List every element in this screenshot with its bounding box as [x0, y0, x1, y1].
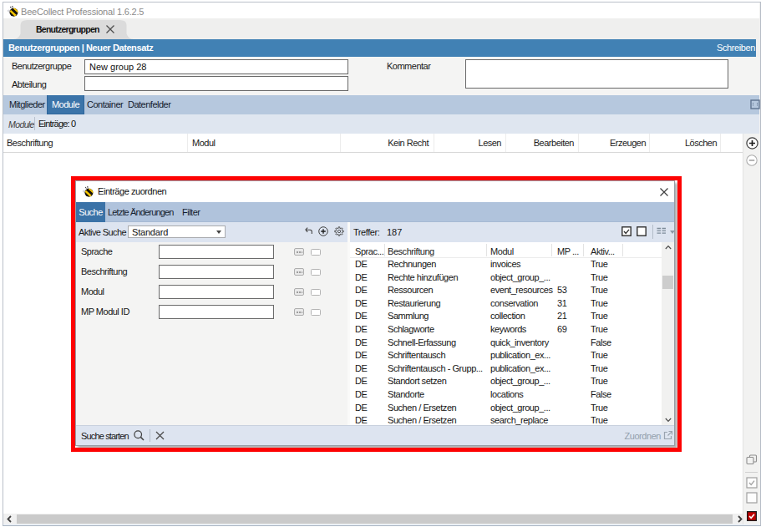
ellipsis-button-icon[interactable] — [294, 308, 304, 316]
view-options-caret-icon[interactable] — [670, 231, 675, 234]
add-row-icon[interactable] — [746, 137, 758, 149]
result-row[interactable]: DESchriftentausch - Grupp...publication_… — [350, 362, 662, 376]
col-line — [720, 134, 721, 152]
ellipsis-button-icon[interactable] — [294, 288, 304, 296]
results-table: Sprac... Beschriftung Modul MP ... Aktiv… — [350, 242, 674, 425]
result-cell: DE — [355, 337, 367, 347]
col-loeschen[interactable]: Löschen — [649, 138, 717, 148]
ellipsis-button-icon[interactable] — [294, 248, 304, 256]
result-row[interactable]: DERechnungeninvoicesTrue — [350, 258, 662, 271]
scroll-down-icon[interactable] — [665, 417, 672, 423]
abteilung-field[interactable] — [84, 76, 348, 91]
document-tab-benutzergruppen[interactable]: Benutzergruppen — [13, 19, 134, 39]
document-tab-close-icon[interactable] — [104, 23, 116, 35]
empty-box-icon[interactable] — [311, 269, 321, 276]
expand-panel-icon[interactable] — [750, 99, 760, 109]
results-scrollbar-thumb[interactable] — [662, 276, 673, 289]
suche-starten-button[interactable]: Suche starten — [81, 431, 129, 441]
scroll-left-icon[interactable] — [6, 515, 13, 523]
tab-container[interactable]: Container — [87, 95, 123, 114]
assign-external-icon[interactable] — [662, 430, 673, 441]
dialog-tab-suche-selected[interactable]: Suche — [76, 202, 105, 222]
kommentar-field[interactable] — [465, 59, 728, 89]
benutzergruppe-field[interactable] — [84, 59, 348, 74]
ellipsis-button-icon[interactable] — [294, 268, 304, 276]
zuordnen-button[interactable]: Zuordnen — [625, 431, 662, 441]
modul-field[interactable] — [159, 285, 274, 299]
empty-box-icon[interactable] — [311, 309, 321, 316]
beschriftung-field[interactable] — [159, 265, 274, 279]
select-all-icon[interactable] — [621, 226, 632, 236]
col-line — [505, 134, 506, 152]
sprache-field[interactable] — [159, 245, 274, 259]
rcol-sprache[interactable]: Sprac... — [355, 246, 383, 256]
col-kein-recht[interactable]: Kein Recht — [340, 138, 429, 148]
empty-box-icon[interactable] — [311, 249, 321, 256]
scroll-up-icon[interactable] — [665, 245, 672, 251]
tab-mitglieder[interactable]: Mitglieder — [9, 95, 45, 114]
tab-module-selected[interactable]: Module — [47, 95, 84, 114]
copy-icon[interactable] — [746, 454, 758, 466]
red-checked-checkbox-icon[interactable] — [747, 511, 757, 521]
gear-icon[interactable] — [334, 226, 344, 236]
scrollbar-thumb[interactable] — [17, 514, 733, 524]
section-tabbar: Mitglieder Module Container Datenfelder — [3, 95, 759, 114]
row-view-icon[interactable] — [657, 227, 667, 236]
search-icon[interactable] — [133, 429, 145, 442]
result-row[interactable]: DEStandort setzenobject_group_...True — [350, 375, 662, 388]
tab-datenfelder[interactable]: Datenfelder — [128, 95, 170, 114]
col-bearbeiten[interactable]: Bearbeiten — [505, 138, 574, 148]
document-tabstrip: Benutzergruppen — [3, 18, 759, 39]
clear-search-icon[interactable] — [155, 430, 165, 441]
col-modul[interactable]: Modul — [192, 138, 215, 148]
unchecked-checkbox-icon[interactable] — [746, 492, 758, 504]
result-row[interactable]: DERessourcenevent_resources53True — [350, 284, 662, 297]
results-separator — [652, 225, 653, 239]
result-row[interactable]: DEStandortelocationsFalse — [350, 388, 662, 402]
dialog-close-icon[interactable] — [659, 187, 669, 197]
checked-checkbox-icon[interactable] — [746, 477, 758, 489]
result-row[interactable]: DESchriftentauschpublication_ex...True — [350, 349, 662, 362]
result-row[interactable]: DESchlagwortekeywords69True — [350, 323, 662, 337]
result-row[interactable]: DESchnell-Erfassungquick_inventoryFalse — [350, 337, 662, 350]
result-row[interactable]: DERechte hinzufügenobject_group_...True — [350, 271, 662, 285]
search-toolbar: Aktive Suche Standard — [76, 222, 347, 242]
result-row[interactable]: DERestaurierungconservation31True — [350, 297, 662, 311]
result-row[interactable]: DESammlungcollection21True — [350, 310, 662, 323]
remove-row-icon[interactable] — [746, 155, 758, 166]
dialog-tab-letzte-aenderungen[interactable]: Letzte Änderungen — [108, 202, 174, 222]
rcol-mp[interactable]: MP ... — [557, 246, 579, 256]
result-cell: publication_ex... — [490, 350, 550, 360]
result-row[interactable]: DESuchen / Ersetzenobject_group_...True — [350, 402, 662, 415]
result-cell: object_group_... — [490, 272, 550, 282]
results-vertical-scrollbar[interactable] — [662, 242, 674, 425]
rcol-modul[interactable]: Modul — [490, 246, 514, 256]
document-tab-label: Benutzergruppen — [36, 24, 99, 34]
mp-modul-id-field[interactable] — [159, 305, 274, 319]
result-cell: Rechnungen — [388, 259, 436, 269]
results-table-header: Sprac... Beschriftung Modul MP ... Aktiv… — [350, 242, 662, 258]
add-search-icon[interactable] — [318, 226, 328, 236]
scroll-right-icon[interactable] — [736, 515, 743, 523]
col-lesen[interactable]: Lesen — [434, 138, 501, 148]
window-title: BeeCollect Professional 1.6.2.5 — [21, 7, 144, 17]
col-beschriftung[interactable]: Beschriftung — [7, 138, 53, 148]
window-bottom-edge — [3, 524, 759, 525]
kommentar-label: Kommentar — [387, 61, 430, 71]
schreiben-button[interactable]: Schreiben — [717, 43, 755, 53]
result-cell: keywords — [490, 324, 526, 334]
rcol-aktiv[interactable]: Aktiv... — [591, 246, 615, 256]
result-cell: DE — [355, 311, 367, 321]
result-cell: True — [591, 363, 607, 373]
deselect-all-icon[interactable] — [637, 226, 647, 236]
active-search-dropdown[interactable]: Standard — [128, 225, 226, 238]
result-cell: 31 — [557, 298, 566, 308]
result-row[interactable]: DESuchen / Ersetzensearch_replaceTrue — [350, 414, 662, 425]
rcol-beschriftung[interactable]: Beschriftung — [388, 246, 434, 256]
dialog-tab-filter[interactable]: Filter — [182, 202, 200, 222]
col-erzeugen[interactable]: Erzeugen — [578, 138, 646, 148]
empty-box-icon[interactable] — [311, 289, 321, 296]
result-cell: search_replace — [490, 415, 548, 425]
horizontal-scrollbar[interactable] — [3, 514, 743, 524]
undo-icon[interactable] — [304, 226, 313, 236]
